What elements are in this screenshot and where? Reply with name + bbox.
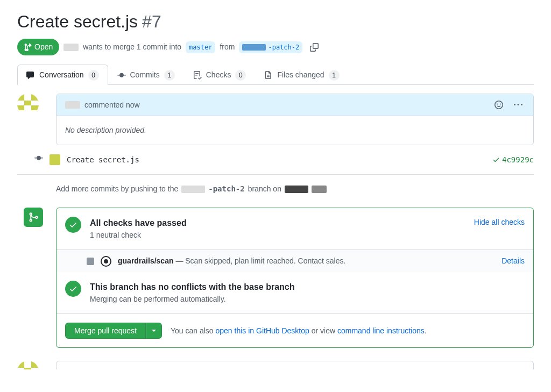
checks-passed-title: All checks have passed <box>90 217 465 230</box>
checks-passed-sub: 1 neutral check <box>90 230 465 241</box>
pull-request-icon <box>24 43 32 52</box>
check-icon <box>492 156 500 163</box>
pr-tabnav: Conversation 0 Commits 1 Checks 0 Files … <box>17 64 534 85</box>
tab-checks[interactable]: Checks 0 <box>184 65 256 85</box>
tab-commits-count: 1 <box>164 70 175 81</box>
merge-hint: You can also open this in GitHub Desktop… <box>171 325 427 337</box>
guardrails-app-icon <box>101 256 111 267</box>
current-user-avatar[interactable] <box>17 361 39 369</box>
commit-sha[interactable]: 4c9929c <box>492 154 534 166</box>
merge-meta-text: wants to merge 1 commit into <box>83 41 181 53</box>
tab-commits-label: Commits <box>130 69 160 81</box>
head-branch-chip[interactable]: -patch-2 <box>239 41 302 53</box>
redacted-author-name <box>65 101 80 109</box>
redacted-branch-prefix <box>181 186 205 193</box>
tab-files-label: Files changed <box>277 69 324 81</box>
git-merge-icon <box>28 212 39 223</box>
check-name: guardrails/scan <box>118 256 174 265</box>
push-hint: Add more commits by pushing to the -patc… <box>17 175 534 203</box>
redacted-author-avatar <box>63 44 79 51</box>
comment-menu-button[interactable] <box>512 98 525 111</box>
commit-author-avatar[interactable] <box>50 154 60 165</box>
commit-message[interactable]: Create secret.js <box>67 154 486 166</box>
no-conflicts-title: This branch has no conflicts with the ba… <box>90 281 525 294</box>
checklist-icon <box>193 71 202 80</box>
git-commit-icon <box>34 154 43 166</box>
base-branch-chip[interactable]: master <box>186 41 215 53</box>
pr-number: #7 <box>142 9 161 34</box>
comment-body: No description provided. <box>56 116 533 145</box>
timeline-commit: Create secret.js 4c9929c <box>17 145 534 175</box>
comment-discussion-icon <box>26 71 35 80</box>
pr-title-row: Create secret.js #7 <box>17 9 534 34</box>
redacted-repo-name <box>312 186 327 193</box>
merge-status-badge <box>24 208 43 227</box>
tab-files[interactable]: Files changed 1 <box>255 65 348 85</box>
neutral-status-icon <box>87 258 94 265</box>
merge-box: All checks have passed 1 neutral check H… <box>56 208 534 348</box>
merge-button[interactable]: Merge pull request <box>65 323 146 339</box>
check-details-link[interactable]: Details <box>501 255 525 267</box>
kebab-icon <box>514 101 522 109</box>
pr-title: Create secret.js <box>17 9 138 34</box>
state-badge-label: Open <box>34 41 53 53</box>
tab-conversation[interactable]: Conversation 0 <box>17 65 108 85</box>
hide-checks-link[interactable]: Hide all checks <box>474 217 525 228</box>
success-check-icon <box>65 217 81 233</box>
merge-options-button[interactable] <box>146 323 162 339</box>
check-item-guardrails: guardrails/scan — Scan skipped, plan lim… <box>56 250 533 272</box>
tab-checks-label: Checks <box>206 69 231 81</box>
add-reaction-button[interactable] <box>492 98 505 111</box>
command-line-link[interactable]: command line instructions <box>337 326 425 335</box>
no-conflicts-sub: Merging can be performed automatically. <box>90 294 525 305</box>
check-description: — Scan skipped, plan limit reached. Cont… <box>174 256 346 265</box>
open-desktop-link[interactable]: open this in GitHub Desktop <box>216 326 309 335</box>
copy-branch-button[interactable] <box>307 40 322 55</box>
copy-icon <box>310 43 319 52</box>
from-text: from <box>220 41 235 53</box>
tab-commits[interactable]: Commits 1 <box>108 65 184 85</box>
smiley-icon <box>495 101 503 109</box>
redacted-branch-prefix <box>242 44 266 51</box>
state-badge-open: Open <box>17 39 59 55</box>
tab-conversation-label: Conversation <box>39 69 84 81</box>
file-diff-icon <box>264 71 273 80</box>
tab-files-count: 1 <box>329 70 340 81</box>
pr-description-comment: commented now No description provided. <box>56 94 534 145</box>
tab-conversation-count: 0 <box>88 70 99 81</box>
new-comment-form[interactable] <box>56 361 534 369</box>
tab-checks-count: 0 <box>235 70 246 81</box>
author-avatar[interactable] <box>17 94 39 115</box>
comment-meta: commented now <box>84 99 140 111</box>
git-commit-icon <box>117 71 126 80</box>
success-check-icon <box>65 281 81 297</box>
redacted-repo-owner <box>285 186 308 193</box>
